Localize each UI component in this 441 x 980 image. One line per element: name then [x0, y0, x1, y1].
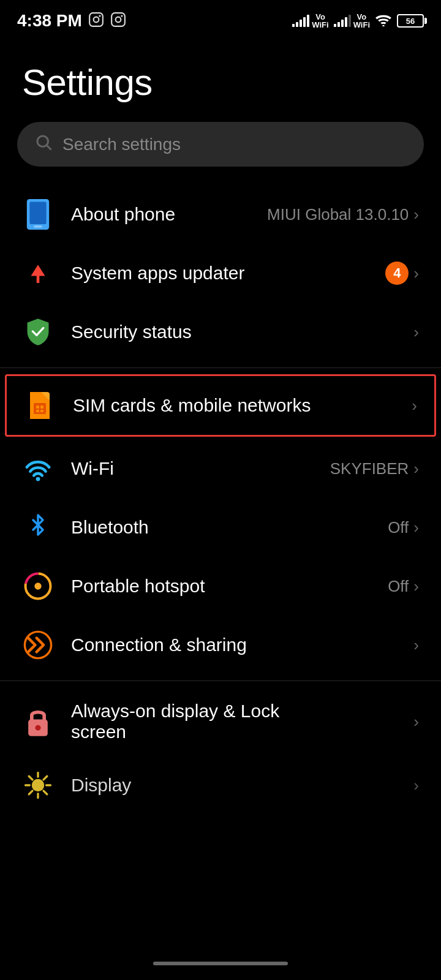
search-bar[interactable]: Search settings — [17, 122, 424, 167]
search-placeholder-text: Search settings — [62, 135, 181, 154]
security-chevron: › — [413, 323, 419, 342]
about-phone-icon — [22, 198, 54, 230]
settings-item-system-apps[interactable]: System apps updater 4 › — [0, 244, 441, 303]
security-label: Security status — [71, 322, 192, 342]
about-phone-right: MIUI Global 13.0.10 › — [267, 205, 419, 224]
svg-rect-10 — [29, 202, 46, 224]
wifi-chevron: › — [413, 459, 419, 478]
wifi-sublabel: SKYFIBER — [330, 459, 409, 478]
vo-wifi-1: Vo WiFi — [312, 13, 328, 29]
svg-point-1 — [93, 17, 99, 22]
svg-point-19 — [36, 477, 40, 481]
signal-bars-1 — [292, 15, 309, 27]
bluetooth-label: Bluetooth — [71, 517, 149, 537]
about-phone-content: About phone — [71, 204, 267, 225]
settings-list: About phone MIUI Global 13.0.10 › System… — [0, 185, 441, 815]
svg-line-8 — [47, 146, 51, 150]
security-right: › — [413, 323, 419, 342]
system-apps-content: System apps updater — [71, 263, 385, 284]
display-right: › — [413, 776, 419, 795]
signal-group2: Vo WiFi — [334, 13, 370, 29]
signal-bars-2 — [334, 15, 351, 27]
svg-point-23 — [24, 631, 51, 658]
system-apps-label: System apps updater — [71, 263, 245, 283]
wifi-status-icon — [375, 13, 392, 29]
svg-point-22 — [34, 582, 41, 589]
hotspot-content: Portable hotspot — [71, 576, 388, 597]
display-icon — [22, 769, 54, 801]
status-bar: 4:38 PM — [0, 0, 441, 37]
sim-label: SIM cards & mobile networks — [73, 395, 311, 415]
status-left: 4:38 PM — [17, 11, 126, 31]
svg-rect-17 — [36, 410, 39, 412]
settings-item-about-phone[interactable]: About phone MIUI Global 13.0.10 › — [0, 185, 441, 244]
sim-chevron: › — [412, 396, 417, 415]
home-indicator — [153, 962, 288, 965]
connection-chevron: › — [413, 636, 419, 655]
sim-icon — [24, 390, 56, 421]
hotspot-right: Off › — [388, 577, 419, 596]
lock-label: Always-on display & Lockscreen — [71, 701, 279, 742]
settings-item-lock[interactable]: Always-on display & Lockscreen › — [0, 687, 441, 756]
battery-indicator: 56 — [397, 14, 424, 28]
svg-rect-15 — [36, 405, 39, 409]
about-phone-sublabel: MIUI Global 13.0.10 — [267, 205, 409, 224]
svg-rect-18 — [40, 410, 43, 412]
hotspot-chevron: › — [413, 577, 419, 596]
connection-icon — [22, 629, 54, 661]
svg-line-33 — [43, 776, 47, 780]
svg-line-31 — [29, 776, 32, 780]
svg-point-6 — [382, 24, 385, 26]
hotspot-icon — [22, 570, 54, 602]
sim-right: › — [412, 396, 417, 415]
hotspot-sublabel: Off — [388, 577, 409, 596]
system-apps-badge: 4 — [385, 262, 409, 285]
settings-item-display[interactable]: Display › — [0, 756, 441, 815]
svg-line-34 — [29, 791, 32, 794]
bluetooth-right: Off › — [388, 518, 419, 537]
security-content: Security status — [71, 322, 413, 342]
svg-point-5 — [121, 15, 123, 17]
bluetooth-icon — [22, 511, 54, 543]
svg-rect-14 — [34, 403, 46, 414]
settings-item-sim[interactable]: SIM cards & mobile networks › — [5, 374, 436, 437]
connection-label: Connection & sharing — [71, 635, 247, 655]
divider-2 — [0, 680, 441, 681]
system-apps-right: 4 › — [385, 262, 419, 285]
svg-point-7 — [37, 136, 48, 147]
page-title: Settings — [0, 37, 441, 122]
settings-item-connection[interactable]: Connection & sharing › — [0, 616, 441, 674]
wifi-right: SKYFIBER › — [330, 459, 419, 478]
svg-point-4 — [115, 17, 121, 22]
display-label: Display — [71, 775, 131, 795]
bluetooth-sublabel: Off — [388, 518, 409, 537]
display-chevron: › — [413, 776, 419, 795]
status-right: Vo WiFi Vo WiFi — [292, 13, 424, 29]
lock-icon — [22, 706, 54, 737]
svg-rect-16 — [40, 405, 43, 409]
instagram2-icon — [110, 12, 126, 31]
instagram-icon — [88, 12, 104, 31]
display-content: Display — [71, 775, 413, 796]
wifi-label: Wi-Fi — [71, 458, 114, 478]
divider-1 — [0, 368, 441, 368]
lock-content: Always-on display & Lockscreen — [71, 701, 413, 742]
settings-item-security[interactable]: Security status › — [0, 303, 441, 361]
bluetooth-content: Bluetooth — [71, 517, 388, 538]
system-apps-chevron: › — [413, 264, 419, 283]
settings-item-hotspot[interactable]: Portable hotspot Off › — [0, 557, 441, 616]
lock-chevron: › — [413, 712, 419, 731]
system-apps-icon — [22, 257, 54, 289]
about-phone-label: About phone — [71, 204, 175, 224]
connection-content: Connection & sharing — [71, 635, 413, 655]
svg-rect-0 — [89, 13, 103, 26]
search-icon — [34, 133, 53, 156]
signal-group1: Vo WiFi — [292, 13, 328, 29]
bluetooth-chevron: › — [413, 518, 419, 537]
settings-item-wifi[interactable]: Wi-Fi SKYFIBER › — [0, 439, 441, 498]
vo-wifi-2: Vo WiFi — [353, 13, 370, 29]
settings-item-bluetooth[interactable]: Bluetooth Off › — [0, 498, 441, 557]
lock-right: › — [413, 712, 419, 731]
wifi-icon — [22, 453, 54, 484]
security-icon — [22, 316, 54, 348]
